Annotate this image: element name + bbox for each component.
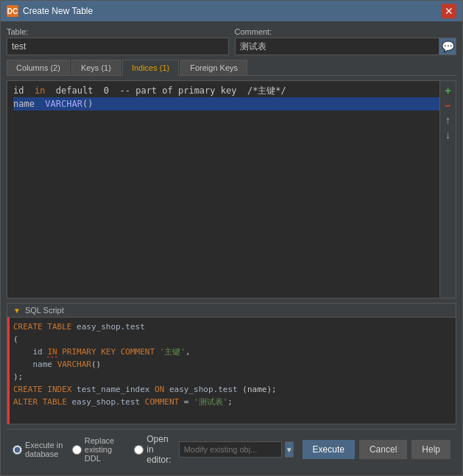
sql-line-5: );: [13, 371, 450, 383]
sql-line-6: CREATE INDEX test_name_index ON easy_sho…: [13, 383, 450, 396]
tab-indices[interactable]: Indices (1): [122, 60, 179, 76]
editor-content: id in default 0 -- part of primary key /…: [7, 81, 456, 113]
tabs-bar: Columns (2) Keys (1) Indices (1) Foreign…: [7, 60, 456, 76]
table-field-group: Table:: [7, 27, 229, 55]
sql-line-2: (: [13, 333, 450, 346]
tab-foreign-keys[interactable]: Foreign Keys: [180, 60, 247, 75]
help-button[interactable]: Help: [411, 440, 450, 459]
replace-ddl-radio[interactable]: [72, 445, 82, 455]
table-input[interactable]: [7, 38, 229, 55]
open-in-editor-radio[interactable]: [134, 445, 144, 455]
main-content: Table: Comment: 💬 Columns (2) Keys (1) I…: [1, 21, 462, 475]
execute-in-db-group: Execute in database: [13, 441, 63, 458]
add-row-button[interactable]: +: [442, 84, 455, 97]
open-editor-group: Open in editor: ▼: [134, 434, 293, 465]
tab-columns[interactable]: Columns (2): [7, 60, 70, 75]
cancel-button[interactable]: Cancel: [359, 440, 407, 459]
window-title: Create New Table: [23, 6, 437, 16]
remove-row-button[interactable]: –: [442, 99, 455, 112]
form-row: Table: Comment: 💬: [7, 27, 456, 55]
sql-line-3: id IN PRIMARY KEY COMMENT '主键',: [13, 346, 450, 358]
execute-button[interactable]: Execute: [303, 440, 355, 459]
open-in-editor-label: Open in editor:: [146, 434, 175, 465]
comment-label: Comment:: [235, 27, 457, 36]
sql-section: ▼ SQL Script CREATE TABLE easy_shop.test…: [7, 303, 456, 424]
sql-line-4: name VARCHAR(): [13, 358, 450, 371]
app-icon: DC: [7, 5, 18, 17]
modify-existing-input[interactable]: [179, 441, 282, 458]
editor-sidebar: + – ↑ ↓: [439, 81, 456, 298]
sql-header-arrow: ▼: [13, 307, 21, 315]
editor-area: id in default 0 -- part of primary key /…: [7, 80, 456, 298]
sql-content: CREATE TABLE easy_shop.test ( id IN PRIM…: [7, 318, 456, 424]
sql-header: ▼ SQL Script: [7, 304, 456, 318]
sql-line-1: CREATE TABLE easy_shop.test: [13, 321, 450, 333]
main-window: DC Create New Table ✕ Table: Comment: 💬 …: [0, 0, 463, 476]
editor-row-1[interactable]: id in default 0 -- part of primary key /…: [13, 84, 450, 97]
error-indicator: [7, 318, 10, 424]
execute-in-db-radio[interactable]: [13, 445, 22, 455]
titlebar: DC Create New Table ✕: [1, 1, 462, 21]
execute-in-db-label: Execute in database: [25, 441, 63, 458]
close-button[interactable]: ✕: [442, 4, 456, 18]
table-label: Table:: [7, 27, 229, 36]
move-up-button[interactable]: ↑: [442, 113, 455, 127]
comment-field-group: Comment: 💬: [235, 27, 457, 55]
replace-ddl-group: Replace existing DDL: [72, 436, 125, 463]
replace-ddl-label: Replace existing DDL: [85, 436, 125, 463]
editor-row-2[interactable]: name VARCHAR(): [13, 97, 450, 111]
dropdown-button[interactable]: ▼: [285, 441, 294, 458]
comment-row: 💬: [235, 38, 457, 55]
bottom-bar: Execute in database Replace existing DDL…: [7, 429, 456, 469]
sql-line-7: ALTER TABLE easy_shop.test COMMENT = '测试…: [13, 396, 450, 408]
comment-icon-button[interactable]: 💬: [439, 38, 456, 55]
move-down-button[interactable]: ↓: [442, 128, 455, 141]
action-buttons: Execute Cancel Help: [303, 440, 450, 459]
comment-input[interactable]: [235, 38, 439, 55]
tab-keys[interactable]: Keys (1): [71, 60, 121, 75]
sql-header-label: SQL Script: [25, 306, 64, 315]
